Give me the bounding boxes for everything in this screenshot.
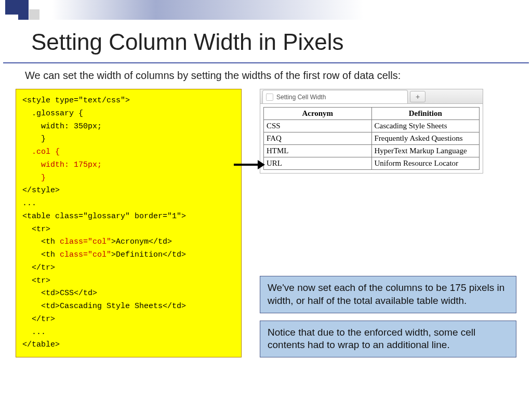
code-line: .glossary { bbox=[22, 108, 235, 121]
browser-tab[interactable]: Setting Cell Width bbox=[262, 90, 408, 103]
table-row: HTML HyperText Markup Language bbox=[264, 145, 480, 157]
code-line: <td>CSS</td> bbox=[22, 287, 235, 300]
code-line: </table> bbox=[22, 339, 235, 352]
glossary-table: Acronym Definition CSS Cascading Style S… bbox=[263, 107, 480, 170]
definition-cell: Cascading Style Sheets bbox=[371, 120, 480, 132]
plus-icon: + bbox=[416, 92, 420, 101]
callout-note-1: We've now set each of the columns to be … bbox=[260, 276, 516, 313]
code-line: .col { bbox=[22, 146, 235, 159]
col-header: Acronym bbox=[264, 108, 372, 120]
code-example: <style type="text/css"> .glossary { widt… bbox=[16, 89, 242, 357]
code-line: ... bbox=[22, 326, 235, 339]
code-line: } bbox=[22, 133, 235, 146]
col-header: Definition bbox=[371, 108, 480, 120]
definition-cell: HyperText Markup Language bbox=[371, 145, 480, 157]
code-line: </style> bbox=[22, 184, 235, 197]
code-line: </tr> bbox=[22, 313, 235, 326]
acronym-cell: CSS bbox=[264, 120, 372, 132]
code-line: <table class="glossary" border="1"> bbox=[22, 210, 235, 223]
table-row: FAQ Frequently Asked Questions bbox=[264, 132, 480, 145]
acronym-cell: HTML bbox=[264, 145, 372, 157]
code-line: <th class="col">Acronym</td> bbox=[22, 236, 235, 249]
code-line: width: 175px; bbox=[22, 159, 235, 172]
acronym-cell: FAQ bbox=[264, 132, 372, 145]
table-header-row: Acronym Definition bbox=[264, 108, 480, 120]
code-line: <th class="col">Definition</td> bbox=[22, 249, 235, 262]
slide-decoration bbox=[0, 0, 532, 20]
code-line: width: 350px; bbox=[22, 121, 235, 134]
code-line: </tr> bbox=[22, 262, 235, 275]
tab-title: Setting Cell Width bbox=[276, 94, 326, 101]
new-tab-button[interactable]: + bbox=[410, 91, 425, 102]
browser-preview: Setting Cell Width + Acronym Definition … bbox=[260, 89, 483, 174]
browser-tabbar: Setting Cell Width + bbox=[260, 89, 483, 104]
table-row: CSS Cascading Style Sheets bbox=[264, 120, 480, 132]
definition-cell: Uniform Resource Locator bbox=[371, 157, 480, 170]
browser-viewport: Acronym Definition CSS Cascading Style S… bbox=[260, 104, 483, 173]
intro-text: We can set the width of columns by setti… bbox=[0, 70, 532, 87]
slide-title: Setting Column Width in Pixels bbox=[0, 20, 532, 60]
title-underline bbox=[3, 62, 529, 63]
code-line: <tr> bbox=[22, 223, 235, 236]
callout-note-2: Notice that due to the enforced width, s… bbox=[260, 321, 516, 357]
code-line: } bbox=[22, 172, 235, 185]
table-row: URL Uniform Resource Locator bbox=[264, 157, 480, 170]
page-icon bbox=[266, 94, 273, 101]
code-line: <tr> bbox=[22, 275, 235, 288]
acronym-cell: URL bbox=[264, 157, 372, 170]
code-line: <td>Cascading Style Sheets</td> bbox=[22, 300, 235, 313]
code-line: <style type="text/css"> bbox=[22, 95, 235, 108]
definition-cell: Frequently Asked Questions bbox=[371, 132, 480, 145]
code-line: ... bbox=[22, 197, 235, 210]
arrow-icon bbox=[234, 161, 265, 168]
